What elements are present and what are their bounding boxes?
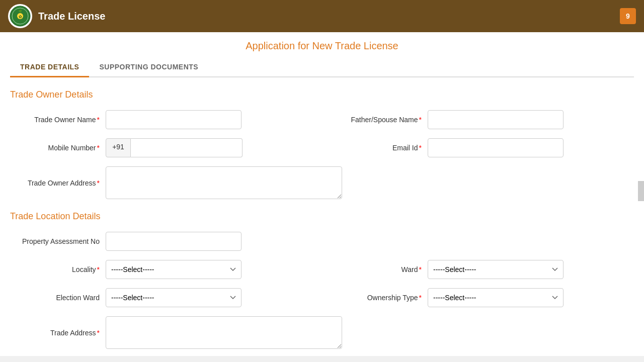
tabs-bar: TRADE DETAILS SUPPORTING DOCUMENTS (10, 58, 634, 77)
election-ward-label: Election Ward (10, 294, 106, 302)
svg-text:🌿: 🌿 (19, 10, 22, 13)
trade-address-label: Trade Address* (10, 329, 106, 337)
locality-select[interactable]: -----Select----- (106, 260, 242, 279)
ward-select[interactable]: -----Select----- (428, 260, 564, 279)
ward-group: Ward* -----Select----- (332, 260, 634, 279)
trade-owner-address-group: Trade Owner Address* (10, 166, 634, 199)
ward-label: Ward* (332, 265, 428, 274)
trade-owner-name-input[interactable] (106, 110, 242, 129)
svg-text:✿: ✿ (19, 15, 22, 19)
logo: ✿ 🌿 (8, 4, 32, 28)
property-assessment-group: Property Assessment No (10, 232, 312, 251)
form-row-trade-address: Trade Address* (10, 316, 634, 349)
notification-icon[interactable]: 9 (620, 8, 636, 24)
mobile-number-input[interactable] (131, 138, 243, 157)
scrollbar[interactable] (0, 356, 644, 362)
logo-emblem-icon: ✿ 🌿 (9, 5, 31, 27)
ownership-type-label: Ownership Type* (332, 294, 428, 302)
form-row-contact: Mobile Number* +91 Email Id* (10, 138, 634, 157)
tab-supporting-documents[interactable]: SUPPORTING DOCUMENTS (89, 58, 208, 77)
email-id-label: Email Id* (332, 144, 428, 152)
locality-label: Locality* (10, 265, 106, 274)
trade-owner-address-label: Trade Owner Address* (10, 179, 106, 187)
trade-address-input[interactable] (106, 316, 342, 349)
header-left: ✿ 🌿 Trade License (8, 4, 105, 28)
trade-owner-address-input[interactable] (106, 166, 342, 199)
election-ward-group: Election Ward -----Select----- (10, 288, 312, 307)
trade-location-section: Trade Location Details Property Assessme… (10, 211, 634, 349)
form-row-election-ownership: Election Ward -----Select----- Ownership… (10, 288, 634, 307)
father-spouse-name-input[interactable] (428, 110, 564, 129)
mobile-number-group: Mobile Number* +91 (10, 138, 312, 157)
trade-location-section-title: Trade Location Details (10, 211, 634, 222)
locality-group: Locality* -----Select----- (10, 260, 312, 279)
form-row-property: Property Assessment No (10, 232, 634, 251)
trade-owner-name-label: Trade Owner Name* (10, 116, 106, 124)
ownership-type-group: Ownership Type* -----Select----- (332, 288, 634, 307)
email-id-group: Email Id* (332, 138, 634, 157)
email-id-input[interactable] (428, 138, 564, 157)
page-title: Application for New Trade License (10, 32, 634, 58)
form-row-locality-ward: Locality* -----Select----- Ward* -----Se… (10, 260, 634, 279)
trade-address-group: Trade Address* (10, 316, 634, 349)
property-assessment-input[interactable] (106, 232, 242, 251)
header-title: Trade License (38, 11, 105, 22)
form-row-address: Trade Owner Address* (10, 166, 634, 199)
main-content: Application for New Trade License TRADE … (0, 32, 644, 362)
mobile-prefix: +91 (106, 138, 131, 157)
ownership-type-select[interactable]: -----Select----- (428, 288, 564, 307)
form-row-names: Trade Owner Name* Father/Spouse Name* (10, 110, 634, 129)
election-ward-select[interactable]: -----Select----- (106, 288, 242, 307)
father-spouse-name-label: Father/Spouse Name* (332, 116, 428, 124)
trade-owner-name-group: Trade Owner Name* (10, 110, 312, 129)
mobile-input-group: +91 (106, 138, 243, 157)
property-assessment-label: Property Assessment No (10, 237, 106, 245)
trade-owner-section: Trade Owner Details Trade Owner Name* Fa… (10, 89, 634, 199)
father-spouse-name-group: Father/Spouse Name* (332, 110, 634, 129)
tab-trade-details[interactable]: TRADE DETAILS (10, 58, 89, 77)
trade-owner-section-title: Trade Owner Details (10, 89, 634, 100)
header: ✿ 🌿 Trade License 9 (0, 0, 644, 32)
vertical-scrollbar[interactable] (638, 181, 644, 201)
mobile-number-label: Mobile Number* (10, 144, 106, 152)
